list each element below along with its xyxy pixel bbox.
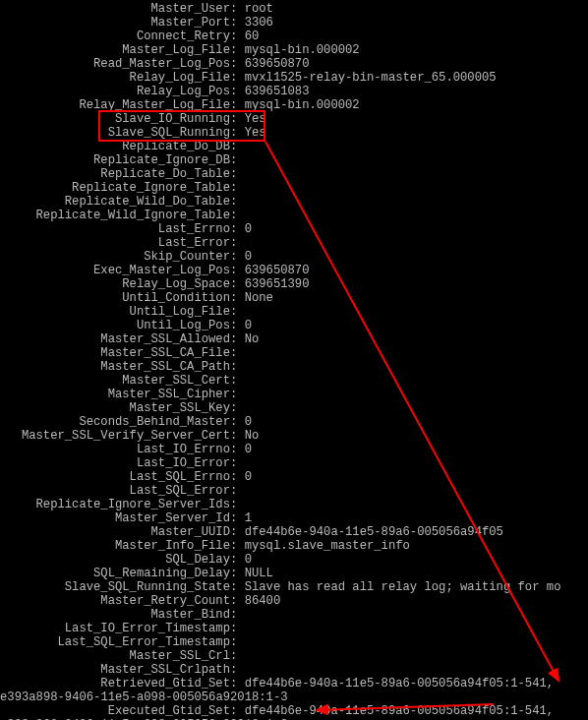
status-row: Last_IO_Error: (0, 456, 560, 470)
colon-separator: : (230, 415, 245, 429)
status-label: Last_SQL_Error_Timestamp (0, 635, 230, 649)
status-label: Until_Log_Pos (0, 319, 230, 332)
status-value: NULL (245, 567, 273, 580)
status-label: Master_SSL_Cert (0, 374, 230, 388)
status-label: Slave_SQL_Running_State (0, 580, 230, 594)
colon-separator: : (230, 649, 245, 663)
status-row: Replicate_Ignore_DB: (0, 153, 560, 167)
status-row: Master_SSL_CA_File: (0, 346, 560, 360)
status-label: Master_SSL_Cipher (0, 388, 230, 401)
colon-separator: : (230, 250, 245, 264)
status-label: Replicate_Ignore_Table (0, 181, 230, 195)
status-row: Master_SSL_Cipher: (0, 388, 560, 401)
colon-separator: : (230, 153, 245, 167)
colon-separator: : (230, 525, 245, 539)
colon-separator: : (230, 374, 245, 388)
status-label: Replicate_Wild_Ignore_Table (0, 209, 230, 222)
status-label: SQL_Delay (0, 553, 230, 567)
colon-separator: : (230, 360, 245, 374)
status-value: 86400 (245, 594, 281, 608)
status-label: Master_SSL_Crlpath (0, 663, 230, 677)
status-row: Last_Error: (0, 236, 560, 250)
status-row: Until_Log_Pos: 0 (0, 319, 560, 332)
status-label: Relay_Log_File (0, 71, 230, 85)
status-row: Master_SSL_CA_Path: (0, 360, 560, 374)
status-row: Relay_Log_Space: 639651390 (0, 277, 560, 291)
colon-separator: : (230, 484, 245, 498)
status-label: Last_SQL_Errno (0, 470, 230, 484)
status-label: Master_Bind (0, 608, 230, 622)
colon-separator: : (230, 704, 245, 718)
colon-separator: : (230, 608, 245, 622)
status-value: root (245, 2, 273, 16)
status-label: Master_User (0, 2, 230, 16)
status-label: Replicate_Ignore_DB (0, 153, 230, 167)
colon-separator: : (230, 622, 245, 635)
status-label: Relay_Log_Space (0, 277, 230, 291)
status-value: 639650870 (245, 264, 310, 277)
status-value: Yes (245, 126, 266, 140)
status-row: Master_SSL_Crl: (0, 649, 560, 663)
status-label: Master_SSL_Key (0, 401, 230, 415)
status-label: Slave_IO_Running (0, 112, 230, 126)
status-label: Executed_Gtid_Set (0, 704, 230, 718)
colon-separator: : (230, 332, 245, 346)
status-label: Replicate_Wild_Do_Table (0, 195, 230, 209)
colon-separator: : (230, 112, 245, 126)
colon-separator: : (230, 2, 245, 16)
colon-separator: : (230, 236, 245, 250)
status-value: 1 (245, 511, 252, 525)
status-row: Master_SSL_Crlpath: (0, 663, 560, 677)
colon-separator: : (230, 71, 245, 85)
colon-separator: : (230, 580, 245, 594)
status-label: Master_UUID (0, 525, 230, 539)
status-row: Last_Errno: 0 (0, 222, 560, 236)
status-row: Master_UUID: dfe44b6e-940a-11e5-89a6-005… (0, 525, 560, 539)
colon-separator: : (230, 85, 245, 98)
status-row: Slave_SQL_Running_State: Slave has read … (0, 580, 560, 594)
status-label: Read_Master_Log_Pos (0, 57, 230, 71)
status-value: 639650870 (245, 57, 310, 71)
status-value: 639651390 (245, 277, 310, 291)
status-row: Master_SSL_Cert: (0, 374, 560, 388)
colon-separator: : (230, 319, 245, 332)
status-row: Until_Condition: None (0, 291, 560, 305)
status-value: 0 (245, 415, 252, 429)
status-row: Replicate_Do_Table: (0, 167, 560, 181)
colon-separator: : (230, 498, 245, 511)
status-value: No (245, 429, 260, 443)
colon-separator: : (230, 195, 245, 209)
status-label: Master_Log_File (0, 43, 230, 57)
status-value: mysql.slave_master_info (245, 539, 410, 553)
status-row: SQL_Delay: 0 (0, 553, 560, 567)
status-label: Master_Retry_Count (0, 594, 230, 608)
status-row: Replicate_Ignore_Table: (0, 181, 560, 195)
colon-separator: : (230, 291, 245, 305)
status-value: Yes (245, 112, 266, 126)
status-row: Last_SQL_Error_Timestamp: (0, 635, 560, 649)
colon-separator: : (230, 635, 245, 649)
status-row: Master_Info_File: mysql.slave_master_inf… (0, 539, 560, 553)
status-label: SQL_Remaining_Delay (0, 567, 230, 580)
status-label: Master_SSL_CA_File (0, 346, 230, 360)
status-row: Master_SSL_Verify_Server_Cert: No (0, 429, 560, 443)
status-label: Until_Condition (0, 291, 230, 305)
colon-separator: : (230, 429, 245, 443)
colon-separator: : (230, 594, 245, 608)
status-label: Connect_Retry (0, 30, 230, 43)
status-row: Replicate_Do_DB: (0, 140, 560, 153)
status-row: Last_IO_Errno: 0 (0, 443, 560, 456)
status-value: dfe44b6e-940a-11e5-89a6-005056a94f05 (245, 525, 503, 539)
status-value: dfe44b6e-940a-11e5-89a6-005056a94f05:1-5… (245, 677, 555, 690)
status-label: Replicate_Ignore_Server_Ids (0, 498, 230, 511)
colon-separator: : (230, 677, 245, 690)
status-label: Last_Error (0, 236, 230, 250)
status-value: 0 (245, 443, 252, 456)
status-row: Master_SSL_Key: (0, 401, 560, 415)
status-row: Retrieved_Gtid_Set: dfe44b6e-940a-11e5-8… (0, 677, 560, 690)
status-label: Master_Port (0, 16, 230, 30)
colon-separator: : (230, 57, 245, 71)
colon-separator: : (230, 553, 245, 567)
status-row: Relay_Log_Pos: 639651083 (0, 85, 560, 98)
status-row: Master_Bind: (0, 608, 560, 622)
